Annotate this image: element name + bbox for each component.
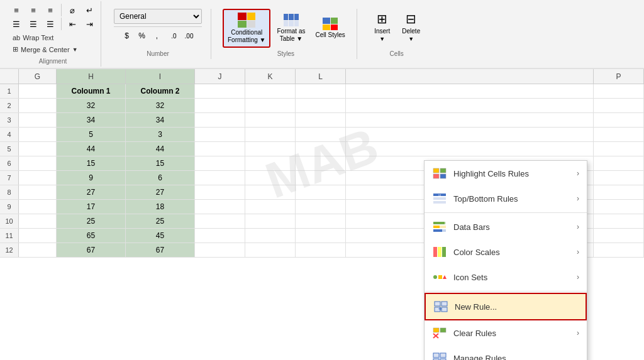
dropdown-clear-rules[interactable]: Clear Rules › [425, 320, 587, 346]
cell-j7[interactable] [195, 171, 245, 185]
cell-i12[interactable]: 67 [126, 243, 195, 257]
cell-l1[interactable] [296, 84, 346, 98]
indent-decrease-btn[interactable]: ↵ [82, 4, 97, 16]
cell-p11[interactable] [594, 229, 644, 243]
dropdown-icon-sets[interactable]: Icon Sets › [425, 265, 587, 290]
cell-k11[interactable] [245, 229, 296, 243]
decimal-increase-btn[interactable]: .00 [182, 30, 196, 42]
cell-j9[interactable] [195, 200, 245, 214]
cell-i10[interactable]: 25 [126, 214, 195, 228]
cell-k8[interactable] [245, 185, 296, 199]
cell-l11[interactable] [296, 229, 346, 243]
cell-g7[interactable] [19, 171, 57, 185]
cell-h11[interactable]: 65 [57, 229, 126, 243]
align-top-right-btn[interactable]: ≡ [43, 4, 58, 16]
cell-p8[interactable] [594, 185, 644, 199]
dropdown-highlight-cells[interactable]: Highlight Cells Rules › [425, 161, 587, 186]
dropdown-manage-rules[interactable]: Manage Rules... [425, 346, 587, 360]
cell-k5[interactable] [245, 142, 296, 156]
cell-p4[interactable] [594, 128, 644, 141]
cell-h8[interactable]: 27 [57, 185, 126, 199]
delete-btn[interactable]: ⊟ Delete ▼ [397, 9, 425, 45]
cell-p12[interactable] [594, 243, 644, 257]
cell-i4[interactable]: 3 [126, 128, 195, 141]
cell-j5[interactable] [195, 142, 245, 156]
dropdown-color-scales[interactable]: Color Scales › [425, 239, 587, 265]
cell-g9[interactable] [19, 200, 57, 214]
number-format-select[interactable]: General [114, 9, 202, 24]
cell-k9[interactable] [245, 200, 296, 214]
dropdown-top-bottom[interactable]: 10 Top/Bottom Rules › [425, 186, 587, 211]
insert-arrow[interactable]: ▼ [379, 36, 385, 42]
cell-i5[interactable]: 44 [126, 142, 195, 156]
cell-p1[interactable] [594, 84, 644, 98]
wrap-text-btn[interactable]: ab Wrap Text [9, 33, 97, 43]
align-mid-center-btn[interactable]: ☰ [26, 18, 41, 30]
cell-l8[interactable] [296, 185, 346, 199]
cell-h10[interactable]: 25 [57, 214, 126, 228]
cell-l5[interactable] [296, 142, 346, 156]
cell-g1[interactable] [19, 84, 57, 98]
align-top-center-btn[interactable]: ≡ [26, 4, 41, 16]
cell-g5[interactable] [19, 142, 57, 156]
merge-dropdown-arrow[interactable]: ▼ [72, 46, 78, 53]
cell-k2[interactable] [245, 99, 296, 112]
col-header-h[interactable]: H [57, 69, 126, 84]
currency-btn[interactable]: $ [120, 30, 134, 42]
cell-l9[interactable] [296, 200, 346, 214]
cell-p7[interactable] [594, 171, 644, 185]
cell-l4[interactable] [296, 128, 346, 141]
cell-i9[interactable]: 18 [126, 200, 195, 214]
cell-l7[interactable] [296, 171, 346, 185]
cell-j8[interactable] [195, 185, 245, 199]
cell-h5[interactable]: 44 [57, 142, 126, 156]
cell-i3[interactable]: 34 [126, 113, 195, 127]
delete-arrow[interactable]: ▼ [408, 36, 414, 42]
cell-k7[interactable] [245, 171, 296, 185]
merge-center-btn[interactable]: ⊞ Merge & Center ▼ [9, 44, 97, 55]
indent-left-btn[interactable]: ⇤ [65, 18, 80, 30]
percent-btn[interactable]: % [135, 30, 149, 42]
cell-h3[interactable]: 34 [57, 113, 126, 127]
cell-h1[interactable]: Coloumn 1 [57, 84, 126, 98]
cell-l2[interactable] [296, 99, 346, 112]
cell-i11[interactable]: 45 [126, 229, 195, 243]
cell-j6[interactable] [195, 156, 245, 170]
align-top-left-btn[interactable]: ≡ [9, 4, 24, 16]
cell-g6[interactable] [19, 156, 57, 170]
cell-j11[interactable] [195, 229, 245, 243]
col-header-i[interactable]: I [126, 69, 195, 84]
cell-i2[interactable]: 32 [126, 99, 195, 112]
cell-g10[interactable] [19, 214, 57, 228]
cell-k12[interactable] [245, 243, 296, 257]
cell-j1[interactable] [195, 84, 245, 98]
format-as-table-btn[interactable]: Format asTable ▼ [273, 11, 309, 45]
insert-btn[interactable]: ⊞ Insert ▼ [369, 9, 396, 45]
cell-k10[interactable] [245, 214, 296, 228]
conditional-formatting-btn[interactable]: ConditionalFormatting ▼ [223, 9, 270, 48]
cell-j3[interactable] [195, 113, 245, 127]
cell-g12[interactable] [19, 243, 57, 257]
cell-g11[interactable] [19, 229, 57, 243]
cell-p2[interactable] [594, 99, 644, 112]
cell-i1[interactable]: Coloumn 2 [126, 84, 195, 98]
cell-h2[interactable]: 32 [57, 99, 126, 112]
cell-p6[interactable] [594, 156, 644, 170]
decimal-decrease-btn[interactable]: .0 [167, 30, 181, 42]
cell-p5[interactable] [594, 142, 644, 156]
cell-l3[interactable] [296, 113, 346, 127]
align-mid-left-btn[interactable]: ☰ [9, 18, 24, 30]
cell-k6[interactable] [245, 156, 296, 170]
cell-g8[interactable] [19, 185, 57, 199]
cell-j10[interactable] [195, 214, 245, 228]
cell-h9[interactable]: 17 [57, 200, 126, 214]
cell-h4[interactable]: 5 [57, 128, 126, 141]
cell-g4[interactable] [19, 128, 57, 141]
cell-j2[interactable] [195, 99, 245, 112]
cell-i6[interactable]: 15 [126, 156, 195, 170]
indent-right-btn[interactable]: ⇥ [82, 18, 97, 30]
cell-p3[interactable] [594, 113, 644, 127]
cell-j12[interactable] [195, 243, 245, 257]
cell-i8[interactable]: 27 [126, 185, 195, 199]
cell-h6[interactable]: 15 [57, 156, 126, 170]
